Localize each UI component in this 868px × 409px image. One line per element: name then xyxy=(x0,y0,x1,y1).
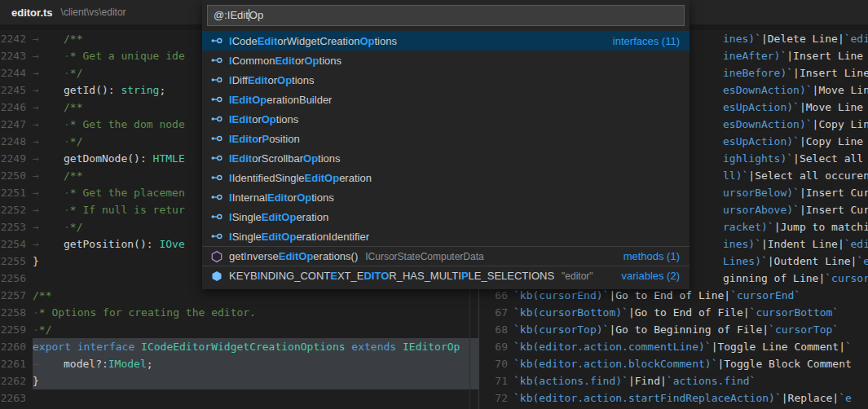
quick-open-item[interactable]: IEditorOptions xyxy=(202,109,690,129)
quick-open-item[interactable]: KEYBINDING_CONTEXT_EDITOR_HAS_MULTIPLE_S… xyxy=(202,266,690,285)
tab-whitespace-arrow: → xyxy=(33,355,64,372)
code-line: 72`kb(editor.action.startFindReplaceActi… xyxy=(481,389,868,407)
line-number: 2245 xyxy=(0,81,33,99)
code-line: 2263 xyxy=(0,389,478,407)
symbol-name: IEditorScrollbarOptions xyxy=(229,152,341,165)
code-token: ines)` xyxy=(723,33,761,45)
code-token: interface xyxy=(77,341,134,353)
tab-whitespace-arrow: → xyxy=(33,116,64,133)
code-token: * Get a unique ide xyxy=(70,50,185,62)
code-token: Op xyxy=(277,74,292,86)
quick-open-item[interactable]: IIdentifiedSingleEditOperation xyxy=(202,168,690,187)
code-token: Op xyxy=(359,35,374,47)
quick-open-item[interactable]: IEditorScrollbarOptions xyxy=(202,148,690,168)
code-token: `editor xyxy=(857,255,868,267)
code-token: ginning of Line| xyxy=(723,272,825,284)
line-number: 66 xyxy=(481,287,513,304)
quick-open-item[interactable]: ICommonEditorOptions xyxy=(202,51,690,70)
code-token: /** xyxy=(64,33,82,45)
tab-editor-ts[interactable]: editor.ts \client\vs\editor xyxy=(0,0,138,24)
quick-open-item[interactable]: IEditorPosition xyxy=(202,129,690,148)
code-token: Edit xyxy=(267,191,288,204)
code-token: or xyxy=(267,74,277,86)
code-token: |Insert Line Below xyxy=(786,50,868,62)
code-token: getDomNode(): xyxy=(64,152,153,165)
code-token: |Indent Line| xyxy=(761,238,844,250)
code-token: · xyxy=(33,306,39,319)
quick-open-item[interactable]: ISingleEditOperation xyxy=(202,207,690,226)
code-token: */ xyxy=(70,67,83,79)
code-token xyxy=(396,341,403,353)
code-token: Diff xyxy=(232,74,248,86)
code-token: tions xyxy=(276,113,298,125)
code-token: ` xyxy=(845,341,852,353)
code-token: |Delete Line| xyxy=(761,33,844,45)
code-line-content: export interface ICodeEditorWidgetCreati… xyxy=(33,338,478,355)
code-token: */ xyxy=(70,135,83,147)
clipped-line-fragment: racket)`|Jump to matching br xyxy=(723,221,868,233)
vscode-window: editor.ts \client\vs\editor 2242→/**2243… xyxy=(0,0,868,409)
code-token: osition xyxy=(269,133,300,145)
line-number: 2256 xyxy=(0,270,33,287)
interface-icon xyxy=(210,171,223,184)
quick-open-item[interactable]: ICodeEditorWidgetCreationOptionsinterfac… xyxy=(202,31,690,51)
clipped-line-fragment: ursorBelow)`|Insert Cursor B xyxy=(723,187,868,199)
code-token: ursorBelow)` xyxy=(723,187,800,199)
tab-whitespace-arrow: → xyxy=(33,235,64,253)
code-token xyxy=(71,341,77,353)
code-token: eration xyxy=(339,172,372,184)
line-number: 2257 xyxy=(0,287,33,304)
clipped-line-fragment: ginning of Line|`cursorHome` xyxy=(723,272,868,284)
tab-whitespace-arrow: → xyxy=(33,47,64,64)
quick-open-item[interactable]: IEditOperationBuilder xyxy=(202,90,690,109)
code-token: EditOp xyxy=(262,211,297,223)
code-token: |Select all occur xyxy=(793,152,868,165)
quick-open-input[interactable]: @:IEditOp xyxy=(207,5,685,26)
code-token: |Go to End of Line| xyxy=(609,289,730,301)
code-token: esDownAction)` xyxy=(723,84,813,96)
clipped-line-fragment: ighlights)`|Select all occur xyxy=(723,152,868,165)
code-line-content: } xyxy=(33,372,478,389)
code-token: } xyxy=(33,255,39,267)
quick-open-item[interactable]: ISingleEditOperationIdentifier xyxy=(202,226,690,246)
code-line: 2262} xyxy=(0,372,478,389)
code-token: |Find| xyxy=(628,375,667,387)
tab-whitespace-arrow: → xyxy=(33,64,64,81)
code-token: P xyxy=(461,270,469,282)
code-token: export xyxy=(33,341,71,353)
symbol-name: IEditorOptions xyxy=(229,113,298,125)
code-token: ?: xyxy=(95,358,108,370)
line-number: 2253 xyxy=(0,218,33,235)
quick-open-item[interactable]: IInternalEditorOptions xyxy=(202,187,690,207)
code-token: · xyxy=(64,118,70,130)
code-token: Single xyxy=(232,231,262,243)
quick-open-item[interactable]: getInverseEditOperations()ICursorStateCo… xyxy=(202,246,690,266)
symbol-name: ISingleEditOperationIdentifier xyxy=(229,231,369,243)
clipped-line-fragment: ineBefore)`|Insert Line Abov xyxy=(723,67,868,79)
code-token: esUpAction)` xyxy=(723,135,800,147)
clipped-line-fragment: esUpAction)`|Move Line Up|`e xyxy=(723,101,868,113)
code-token: Internal xyxy=(232,191,267,204)
code-token: Edit xyxy=(258,35,278,47)
code-token: tions xyxy=(319,55,341,67)
clipped-line-fragment: ll)`|Select all occurences o xyxy=(723,169,868,182)
interface-icon xyxy=(210,34,223,47)
code-token: E xyxy=(330,270,337,282)
tab-path: \client\vs\editor xyxy=(61,7,126,18)
clipped-line-fragment: ursorAbove)`|Insert Cursor A xyxy=(723,204,868,216)
code-line: 69`kb(editor.action.commentLine)`|Toggle… xyxy=(481,338,868,355)
code-token: `editor.a xyxy=(844,33,868,45)
line-number: 67 xyxy=(481,304,513,321)
query-text-after-cursor: Op xyxy=(249,9,263,21)
code-token: string xyxy=(121,84,159,96)
clipped-line-fragment: ineAfter)`|Insert Line Below xyxy=(723,50,868,62)
quick-open-item[interactable]: IDiffEditorOptions xyxy=(202,70,690,90)
line-number: 2244 xyxy=(0,64,33,81)
code-line: 2258·* Options for creating the editor. xyxy=(0,304,478,321)
code-token: nverse xyxy=(247,250,279,262)
tab-whitespace-arrow: → xyxy=(33,167,64,184)
code-line-content: /** xyxy=(33,287,478,304)
code-line-content: `kb(editor.action.commentLine)`|Toggle L… xyxy=(513,338,868,355)
line-number: 70 xyxy=(481,355,513,372)
code-token: ICodeEditorWidgetCreationOptions xyxy=(141,341,345,353)
